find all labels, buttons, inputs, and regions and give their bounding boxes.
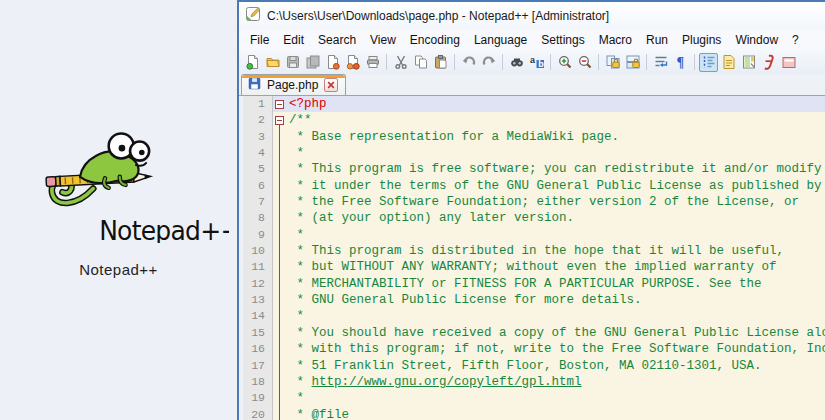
fold-margin [273,276,289,292]
line-number: 17 [243,358,273,374]
show-indent-guide-icon[interactable] [699,53,718,72]
code-line[interactable]: 6 * it under the terms of the GNU Genera… [239,178,825,194]
toolbar-separator [598,54,599,70]
sync-scroll-vertical-icon[interactable] [603,53,622,72]
close-all-icon[interactable] [343,53,362,72]
code-line[interactable]: 16 * with this program; if not, write to… [239,341,825,357]
code-text: * MERCHANTABILITY or FITNESS FOR A PARTI… [289,276,825,292]
comment-url[interactable]: http://www.gnu.org/copyleft/gpl.html [312,375,582,389]
fold-margin [273,243,289,259]
print-icon[interactable] [363,53,382,72]
line-number: 12 [243,276,273,292]
code-line[interactable]: 2/** [239,112,825,128]
doc-switcher-icon[interactable] [779,53,798,72]
open-file-icon[interactable] [263,53,282,72]
cut-icon[interactable] [391,53,410,72]
line-number: 15 [243,325,273,341]
sync-scroll-horizontal-icon[interactable] [623,53,642,72]
fold-collapse-icon[interactable] [275,100,284,109]
code-line[interactable]: 8 * (at your option) any later version. [239,210,825,226]
menu-item-language[interactable]: Language [467,31,534,49]
fold-margin [273,325,289,341]
code-line[interactable]: 1<?php [239,96,825,112]
code-text: * http://www.gnu.org/copyleft/gpl.html [289,374,825,390]
code-line[interactable]: 12 * MERCHANTABILITY or FITNESS FOR A PA… [239,276,825,292]
replace-icon[interactable]: ab [527,53,546,72]
line-number: 20 [243,407,273,420]
fold-collapse-icon[interactable] [275,116,284,125]
code-line[interactable]: 3 * Base representation for a MediaWiki … [239,129,825,145]
line-number: 2 [243,112,273,128]
save-icon[interactable] [283,53,302,72]
line-number: 18 [243,374,273,390]
line-number: 3 [243,129,273,145]
zoom-out-icon[interactable] [575,53,594,72]
code-line[interactable]: 11 * but WITHOUT ANY WARRANTY; without e… [239,259,825,275]
code-text: * [289,308,825,324]
toolbar-separator [386,54,387,70]
menu-item-help[interactable]: ? [785,31,806,49]
find-icon[interactable] [507,53,526,72]
tab-bar: Page.php [239,74,825,96]
code-text: * [289,145,825,161]
menu-item-search[interactable]: Search [311,31,363,49]
menu-item-macro[interactable]: Macro [592,31,639,49]
code-line[interactable]: 5 * This program is free software; you c… [239,161,825,177]
menu-item-file[interactable]: File [243,31,276,49]
line-number: 1 [243,96,273,112]
code-line[interactable]: 7 * the Free Software Foundation; either… [239,194,825,210]
code-text: * it under the terms of the GNU General … [289,178,825,194]
svg-text:a: a [530,55,536,65]
paste-icon[interactable] [431,53,450,72]
tab-page-php[interactable]: Page.php [241,74,346,95]
menu-item-edit[interactable]: Edit [276,31,311,49]
line-number: 6 [243,178,273,194]
menu-item-settings[interactable]: Settings [534,31,591,49]
menu-item-run[interactable]: Run [639,31,675,49]
function-list-icon[interactable] [719,53,738,72]
macro-record-icon[interactable] [759,53,778,72]
code-line[interactable]: 10 * This program is distributed in the … [239,243,825,259]
menu-item-window[interactable]: Window [728,31,785,49]
tab-save-icon [248,76,261,94]
document-map-icon[interactable] [739,53,758,72]
redo-icon[interactable] [479,53,498,72]
tab-close-icon[interactable] [324,78,338,92]
code-line[interactable]: 14 * [239,308,825,324]
code-line[interactable]: 18 * http://www.gnu.org/copyleft/gpl.htm… [239,374,825,390]
code-line[interactable]: 17 * 51 Franklin Street, Fifth Floor, Bo… [239,358,825,374]
code-line[interactable]: 19 * [239,390,825,406]
toolbar: ab¶ [239,50,825,74]
title-bar[interactable]: C:\Users\User\Downloads\page.php - Notep… [239,2,825,29]
fold-margin [273,374,289,390]
fold-margin [273,292,289,308]
undo-icon[interactable] [459,53,478,72]
close-icon[interactable] [323,53,342,72]
code-editor[interactable]: 1<?php2/**3 * Base representation for a … [239,96,825,420]
fold-margin [273,407,289,420]
menu-item-view[interactable]: View [363,31,403,49]
save-all-icon[interactable] [303,53,322,72]
word-wrap-icon[interactable] [651,53,670,72]
show-all-characters-icon[interactable]: ¶ [671,53,690,72]
copy-icon[interactable] [411,53,430,72]
fold-margin [273,178,289,194]
svg-text:Notepad++: Notepad++ [99,215,229,243]
menu-item-encoding[interactable]: Encoding [403,31,467,49]
new-file-icon[interactable] [243,53,262,72]
code-line[interactable]: 20 * @file [239,407,825,420]
code-line[interactable]: 13 * GNU General Public License for more… [239,292,825,308]
code-text: * but WITHOUT ANY WARRANTY; without even… [289,259,825,275]
menu-item-plugins[interactable]: Plugins [675,31,728,49]
fold-margin [273,96,289,112]
zoom-in-icon[interactable] [555,53,574,72]
line-number: 10 [243,243,273,259]
fold-margin [273,390,289,406]
window-title: C:\Users\User\Downloads\page.php - Notep… [267,9,609,23]
fold-margin [273,259,289,275]
code-line[interactable]: 4 * [239,145,825,161]
code-line[interactable]: 9 * [239,227,825,243]
code-text: * (at your option) any later version. [289,210,825,226]
line-number: 9 [243,227,273,243]
code-line[interactable]: 15 * You should have received a copy of … [239,325,825,341]
